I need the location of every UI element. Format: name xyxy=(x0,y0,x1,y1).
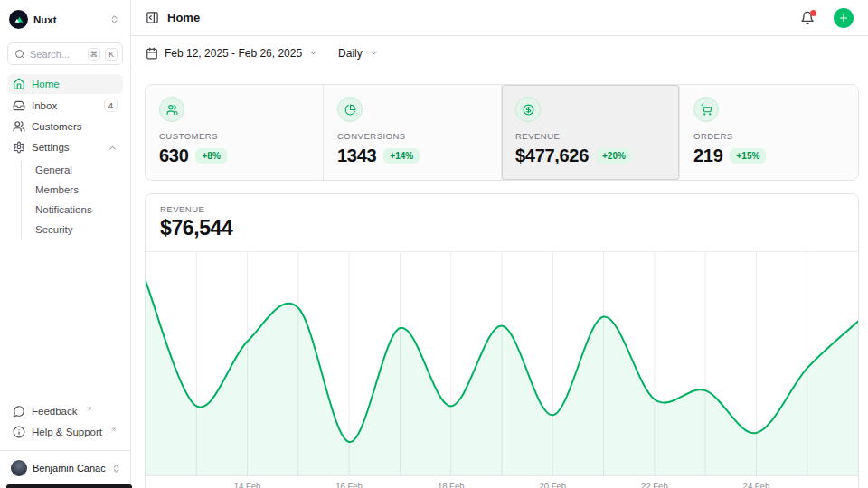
info-icon xyxy=(13,426,25,438)
sidebar-item-label: Home xyxy=(32,79,118,89)
x-tick-label: 14 Feb xyxy=(234,481,261,488)
help-support-link[interactable]: Help & Support xyxy=(7,422,123,442)
sidebar: Nuxt Search... ⌘ K Home xyxy=(0,0,131,488)
kbd-cmd: ⌘ xyxy=(88,48,101,61)
gear-icon xyxy=(13,141,25,154)
sidebar-item-members[interactable]: Members xyxy=(32,180,123,200)
stat-value: 630 xyxy=(159,145,188,166)
stat-value: 219 xyxy=(693,145,722,166)
sidebar-item-inbox[interactable]: Inbox 4 xyxy=(7,95,123,116)
page-title: Home xyxy=(167,11,792,24)
workspace-name: Nuxt xyxy=(33,14,104,25)
dollar-circle-icon xyxy=(515,97,541,122)
inbox-count-badge: 4 xyxy=(104,99,118,112)
home-icon xyxy=(13,78,25,90)
sidebar-item-label: Customers xyxy=(32,121,118,132)
stats-row: CUSTOMERS 630 +8% CONVERSIONS 1343 +14% xyxy=(145,84,859,181)
revenue-chart-card: REVENUE $76,544 14 Feb16 Feb18 Feb20 Feb… xyxy=(145,193,859,488)
stat-value: $477,626 xyxy=(515,145,589,166)
sidebar-item-customers[interactable]: Customers xyxy=(7,117,123,136)
sidebar-nav: Home Inbox 4 Customers Settings xyxy=(7,74,123,239)
divider xyxy=(0,450,130,451)
collapse-sidebar-icon[interactable] xyxy=(146,11,159,24)
search-input[interactable]: Search... ⌘ K xyxy=(7,42,123,65)
stat-card[interactable]: CUSTOMERS 630 +8% xyxy=(146,85,324,180)
chevron-down-icon xyxy=(308,48,318,58)
calendar-icon xyxy=(146,47,158,60)
dashboard-app: Nuxt Search... ⌘ K Home xyxy=(0,0,868,488)
search-placeholder: Search... xyxy=(30,49,83,60)
user-menu[interactable]: Benjamin Canac xyxy=(7,457,123,479)
users-icon xyxy=(159,97,184,122)
stat-card[interactable]: ORDERS 219 +15% xyxy=(680,85,858,180)
x-tick-label: 18 Feb xyxy=(438,481,465,488)
sidebar-item-general[interactable]: General xyxy=(32,160,123,180)
stat-delta-badge: +15% xyxy=(730,148,766,164)
chat-bubble-icon xyxy=(13,405,25,418)
feedback-label: Feedback xyxy=(32,406,78,417)
chart-metric-value: $76,544 xyxy=(160,216,844,240)
stat-label: ORDERS xyxy=(693,131,844,141)
settings-subnav: General Members Notifications Security xyxy=(21,160,123,239)
feedback-link[interactable]: Feedback xyxy=(7,401,123,421)
inbox-icon xyxy=(13,99,25,112)
sidebar-item-settings[interactable]: Settings xyxy=(7,137,123,157)
search-icon xyxy=(14,49,25,60)
cart-icon xyxy=(693,97,719,122)
dashboard-content: CUSTOMERS 630 +8% CONVERSIONS 1343 +14% xyxy=(131,70,868,488)
sidebar-item-home[interactable]: Home xyxy=(7,74,123,94)
x-tick-label: 16 Feb xyxy=(335,481,363,488)
chart-metric-label: REVENUE xyxy=(160,204,844,214)
filters-toolbar: Feb 12, 2025 - Feb 26, 2025 Daily xyxy=(131,36,868,70)
pie-chart-icon xyxy=(337,97,363,122)
external-link-icon xyxy=(110,427,117,433)
sidebar-item-notifications[interactable]: Notifications xyxy=(32,200,123,220)
notifications-button[interactable] xyxy=(800,11,815,25)
notification-dot xyxy=(810,10,816,16)
date-range-value: Feb 12, 2025 - Feb 26, 2025 xyxy=(165,47,302,60)
x-tick-label: 20 Feb xyxy=(540,481,567,488)
revenue-chart-svg xyxy=(146,252,858,475)
nuxt-logo-icon xyxy=(9,10,28,29)
stat-value: 1343 xyxy=(337,145,376,166)
chevron-down-icon xyxy=(369,48,379,58)
chart-x-axis: 14 Feb16 Feb18 Feb20 Feb22 Feb24 Feb xyxy=(146,475,858,488)
horizontal-scrollbar[interactable] xyxy=(6,484,132,488)
stat-delta-badge: +14% xyxy=(383,148,420,164)
chevrons-up-down-icon xyxy=(109,14,119,24)
x-tick-label: 24 Feb xyxy=(743,481,770,488)
stat-card[interactable]: REVENUE $477,626 +20% xyxy=(502,85,680,180)
sidebar-item-label: Settings xyxy=(32,142,101,153)
chart-header: REVENUE $76,544 xyxy=(146,194,858,252)
sidebar-item-security[interactable]: Security xyxy=(32,220,123,239)
users-icon xyxy=(13,120,25,133)
stat-delta-badge: +8% xyxy=(195,148,226,164)
stat-label: CUSTOMERS xyxy=(159,131,309,141)
sidebar-item-label: Inbox xyxy=(32,100,98,111)
date-range-picker[interactable]: Feb 12, 2025 - Feb 26, 2025 xyxy=(146,47,318,60)
stat-label: REVENUE xyxy=(515,131,665,141)
sidebar-footer: Feedback Help & Support Benjamin Canac xyxy=(7,401,123,479)
page-header: Home xyxy=(131,0,868,36)
period-value: Daily xyxy=(338,47,363,60)
kbd-k: K xyxy=(105,48,118,61)
add-button[interactable] xyxy=(834,8,854,28)
chevron-up-icon xyxy=(108,143,118,153)
stat-delta-badge: +20% xyxy=(596,148,632,164)
stat-label: CONVERSIONS xyxy=(337,131,487,141)
plus-icon xyxy=(838,13,849,23)
help-support-label: Help & Support xyxy=(32,427,102,437)
avatar xyxy=(11,460,27,476)
period-select[interactable]: Daily xyxy=(338,47,379,60)
main-area: Home Feb 12, 2025 - Feb 26, 2025 Daily xyxy=(131,0,868,488)
chevrons-up-down-icon xyxy=(111,464,121,474)
revenue-chart-plot[interactable] xyxy=(146,252,858,475)
external-link-icon xyxy=(86,406,92,412)
user-name: Benjamin Canac xyxy=(33,463,106,474)
workspace-switcher[interactable]: Nuxt xyxy=(7,7,123,32)
stat-card[interactable]: CONVERSIONS 1343 +14% xyxy=(324,85,502,180)
x-tick-label: 22 Feb xyxy=(641,481,668,488)
